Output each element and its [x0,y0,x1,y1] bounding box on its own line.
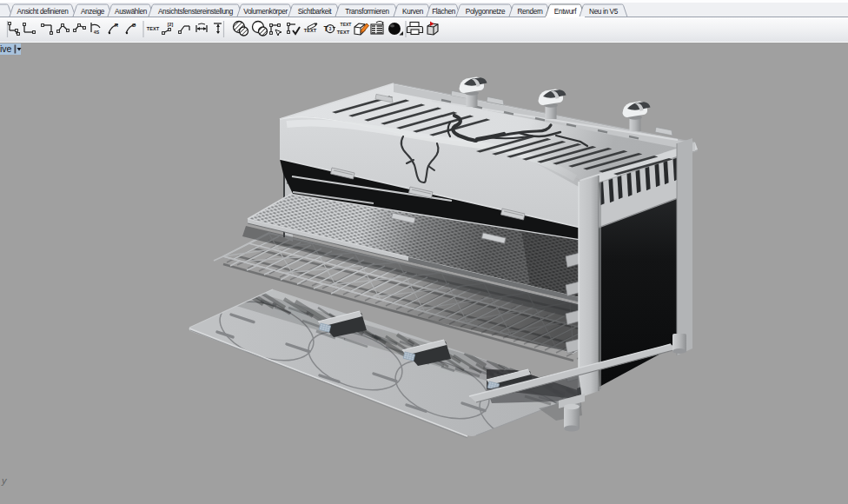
svg-text:[2]: [2] [168,22,174,27]
svg-text:Kurven: Kurven [402,8,424,16]
svg-text:Transformieren: Transformieren [345,8,389,16]
svg-text:Anzeige: Anzeige [81,8,105,16]
svg-text:Ansichtsfenstereinstellung: Ansichtsfenstereinstellung [158,8,234,16]
svg-text:R: R [115,23,119,28]
svg-text:Flächen: Flächen [432,8,455,16]
svg-text:TEXT: TEXT [147,26,160,31]
svg-text:Sichtbarkeit: Sichtbarkeit [298,8,333,16]
svg-text:TEXT: TEXT [337,30,350,35]
svg-text:Rendern: Rendern [518,8,544,16]
svg-text:Entwurf: Entwurf [554,8,577,16]
svg-text:Ø: Ø [132,23,136,28]
svg-text:Auswählen: Auswählen [115,8,148,16]
svg-text:Polygonnetze: Polygonnetze [466,8,506,16]
svg-text:Ansicht definieren: Ansicht definieren [17,8,70,16]
svg-text:4S: 4S [94,30,100,35]
svg-text:ive: ive [0,43,12,54]
svg-text:Neu in V5: Neu in V5 [589,8,619,16]
svg-text:TEXT: TEXT [341,22,352,27]
svg-text:Volumenkörper: Volumenkörper [243,8,288,16]
